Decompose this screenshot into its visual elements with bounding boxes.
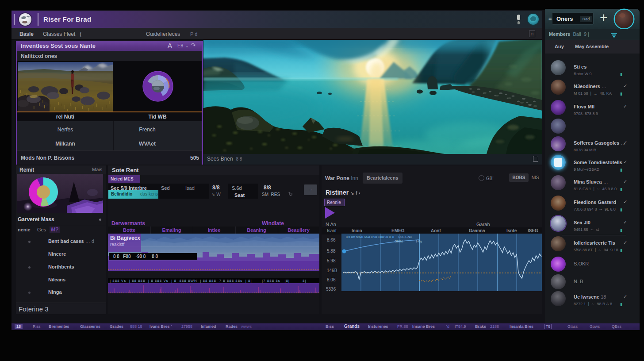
svg-text:reakistf: reakistf xyxy=(110,242,124,247)
svg-text:Bi Bagivecx: Bi Bagivecx xyxy=(110,235,140,241)
svg-text:8 6 8M 5928 SSA 8 98 8 88 98 8: 8 6 8M 5928 SSA 8 98 8 88 98 8 8 U3S GN8 xyxy=(346,235,412,238)
svg-text:8 8 F88 -98 8 8 8: 8 8 F88 -98 8 8 8 xyxy=(113,254,158,259)
svg-text:GH0rt 9 0g: GH0rt 9 0g xyxy=(395,240,422,243)
